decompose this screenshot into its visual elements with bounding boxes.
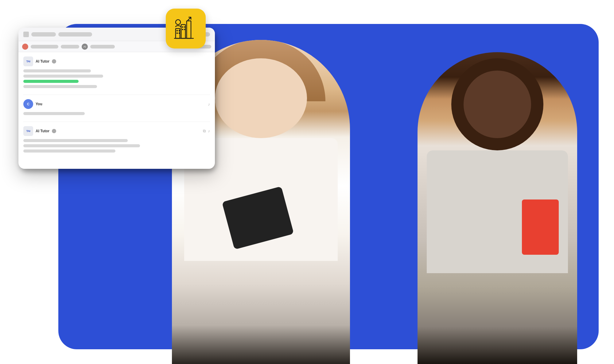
speaker-icon-you[interactable]: ♪	[208, 102, 210, 106]
settings-icon-1[interactable]	[52, 59, 56, 64]
ai-tutor-header-1: TAI AI Tutor	[23, 56, 210, 66]
ai-tutor-label-2: AI Tutor	[36, 129, 49, 133]
app-icon	[166, 9, 206, 48]
svg-rect-6	[179, 33, 180, 34]
svg-rect-4	[179, 30, 180, 31]
content-line-1	[23, 69, 91, 72]
svg-rect-10	[184, 29, 185, 30]
you-header: C You ♪	[23, 99, 210, 109]
ai2-line-1	[23, 139, 128, 142]
svg-rect-8	[184, 26, 185, 28]
svg-rect-2	[187, 21, 191, 38]
book-icon	[23, 32, 29, 37]
tab-pill-2[interactable]	[58, 32, 92, 37]
svg-rect-7	[182, 26, 183, 28]
highlight-line	[23, 80, 79, 83]
ai2-line-2	[23, 144, 140, 147]
ai-tutor-block-2: TAI AI Tutor ⧉ ♪	[23, 126, 210, 157]
settings-icon-2[interactable]	[52, 129, 56, 133]
content-line-3	[23, 85, 97, 88]
tutor-icon-2: TAI	[23, 126, 33, 136]
you-block: C You ♪	[23, 99, 210, 122]
you-text-line	[23, 112, 85, 115]
ai-tutor-block-1: TAI AI Tutor	[23, 56, 210, 95]
ui-card: ⇤ AI TAI AI Tutor C Yo	[18, 28, 215, 169]
tab-pill-1[interactable]	[31, 32, 56, 37]
you-avatar: C	[23, 99, 33, 109]
app-icon-svg	[172, 15, 200, 42]
tab-label-2[interactable]	[61, 45, 79, 48]
ai-tab-icon[interactable]: AI	[82, 44, 88, 50]
copy-icon[interactable]: ⧉	[203, 129, 206, 134]
svg-rect-9	[182, 29, 183, 30]
speaker-icon-ai2[interactable]: ♪	[208, 129, 210, 134]
tab-label-3[interactable]	[90, 45, 115, 48]
content-line-2	[23, 75, 103, 78]
person-right-silhouette	[418, 52, 577, 364]
tutor-icon-1: TAI	[23, 56, 33, 66]
user-avatar-tab[interactable]	[22, 44, 28, 50]
you-label: You	[36, 102, 42, 106]
svg-rect-3	[177, 30, 178, 31]
svg-rect-5	[177, 33, 178, 34]
ai2-line-3	[23, 149, 115, 153]
ai-tutor-label-1: AI Tutor	[36, 59, 49, 64]
tab-label-1[interactable]	[31, 45, 58, 48]
ai-tutor-header-2: TAI AI Tutor ⧉ ♪	[23, 126, 210, 136]
svg-point-11	[176, 20, 181, 25]
card-content: TAI AI Tutor C You ♪ TAI AI Tutor	[18, 52, 215, 161]
